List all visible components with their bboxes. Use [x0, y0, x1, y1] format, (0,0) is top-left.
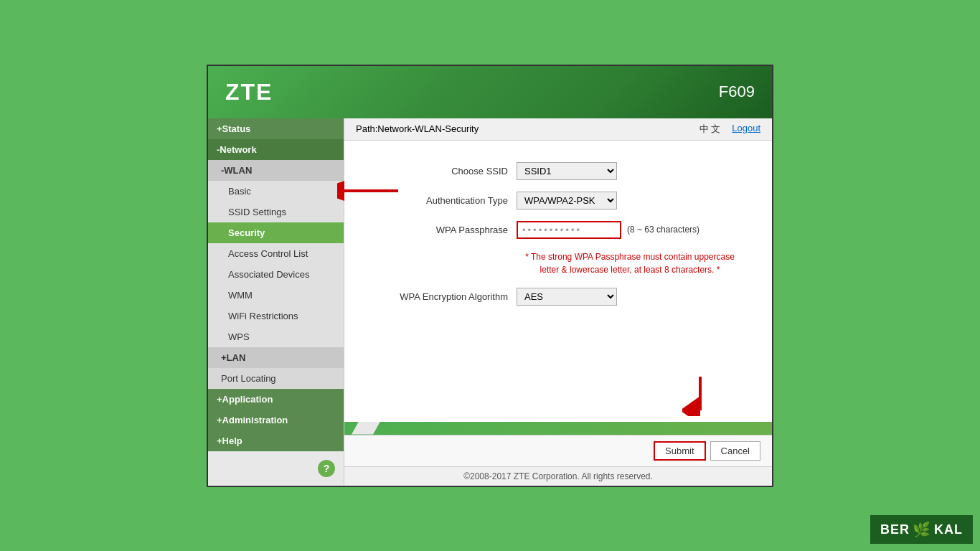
choose-ssid-control: SSID1 SSID2 SSID3 SSID4 [517, 162, 617, 180]
sidebar-wrapper: +Status -Network -WLAN Basic SSID Settin… [208, 118, 344, 486]
main-content: Path:Network-WLAN-Security 中 文 Logout [344, 118, 772, 486]
berokal-text: BER [880, 522, 910, 537]
logout-link[interactable]: Logout [732, 123, 760, 136]
choose-ssid-label: Choose SSID [373, 166, 517, 176]
sidebar: +Status -Network -WLAN Basic SSID Settin… [208, 118, 344, 486]
auth-type-row: Authentication Type WPA/WPA2-PSK WPA-PSK… [373, 192, 743, 209]
sidebar-item-wlan[interactable]: -WLAN [208, 160, 344, 181]
sidebar-item-application[interactable]: +Application [208, 389, 344, 410]
help-button[interactable]: ? [318, 460, 335, 477]
encryption-label: WPA Encryption Algorithm [373, 291, 517, 302]
sidebar-item-associated-devices[interactable]: Associated Devices [208, 264, 344, 285]
path-bar: Path:Network-WLAN-Security 中 文 Logout [344, 118, 772, 141]
button-bar: Submit Cancel [344, 435, 772, 466]
passphrase-box [517, 221, 621, 239]
warning-text: * The strong WPA Passphrase must contain… [517, 250, 743, 276]
sidebar-item-lan[interactable]: +LAN [208, 347, 344, 368]
sidebar-item-security[interactable]: Security [208, 222, 344, 243]
lang-switch[interactable]: 中 文 [699, 123, 721, 136]
content-area: Choose SSID SSID1 SSID2 SSID3 SSID4 Auth… [344, 141, 772, 422]
berokal-badge: BER 🌿 KAL [870, 515, 973, 544]
sidebar-item-port-locating[interactable]: Port Locating [208, 368, 344, 389]
passphrase-row: WPA Passphrase (8 ~ 63 characters) [373, 221, 743, 239]
passphrase-hint: (8 ~ 63 characters) [627, 225, 699, 235]
path-label: Path:Network-WLAN-Security [356, 123, 479, 134]
header: ZTE F609 [208, 66, 772, 118]
encryption-select[interactable]: AES TKIP AES+TKIP [517, 288, 617, 306]
main-body: +Status -Network -WLAN Basic SSID Settin… [208, 118, 772, 486]
auth-type-control: WPA/WPA2-PSK WPA-PSK WPA2-PSK None [517, 192, 617, 209]
encryption-row: WPA Encryption Algorithm AES TKIP AES+TK… [373, 288, 743, 306]
sidebar-item-ssid-settings[interactable]: SSID Settings [208, 202, 344, 222]
passphrase-control: (8 ~ 63 characters) [517, 221, 699, 239]
sidebar-item-status[interactable]: +Status [208, 118, 344, 139]
model-name: F609 [719, 83, 755, 101]
choose-ssid-select[interactable]: SSID1 SSID2 SSID3 SSID4 [517, 162, 617, 180]
passphrase-label: WPA Passphrase [373, 225, 517, 235]
submit-button[interactable]: Submit [654, 441, 705, 461]
sidebar-item-basic[interactable]: Basic [208, 181, 344, 202]
sidebar-item-wifi-restrictions[interactable]: WiFi Restrictions [208, 306, 344, 326]
sidebar-item-wps[interactable]: WPS [208, 326, 344, 347]
berokal-text2: KAL [934, 522, 963, 537]
choose-ssid-row: Choose SSID SSID1 SSID2 SSID3 SSID4 [373, 162, 743, 180]
footer-copyright: ©2008-2017 ZTE Corporation. All rights r… [344, 466, 772, 486]
zte-logo: ZTE [225, 79, 273, 105]
sidebar-item-wmm[interactable]: WMM [208, 285, 344, 306]
sidebar-bottom: ? [208, 451, 344, 486]
leaf-icon: 🌿 [913, 521, 931, 538]
footer-bar [344, 422, 772, 435]
sidebar-item-access-control-list[interactable]: Access Control List [208, 243, 344, 264]
arrow-annotation-security [337, 176, 402, 207]
router-ui: ZTE F609 +Status -Network -WLAN [207, 65, 773, 487]
encryption-control: AES TKIP AES+TKIP [517, 288, 617, 306]
cancel-button[interactable]: Cancel [710, 441, 760, 461]
arrow-annotation-submit [682, 373, 718, 418]
sidebar-item-help[interactable]: +Help [208, 430, 344, 451]
sidebar-item-network[interactable]: -Network [208, 139, 344, 160]
footer-stripe [352, 422, 380, 435]
sidebar-item-administration[interactable]: +Administration [208, 410, 344, 430]
auth-type-select[interactable]: WPA/WPA2-PSK WPA-PSK WPA2-PSK None [517, 192, 617, 209]
passphrase-input[interactable] [522, 225, 616, 235]
outer-wrapper: ZTE F609 +Status -Network -WLAN [0, 0, 980, 551]
